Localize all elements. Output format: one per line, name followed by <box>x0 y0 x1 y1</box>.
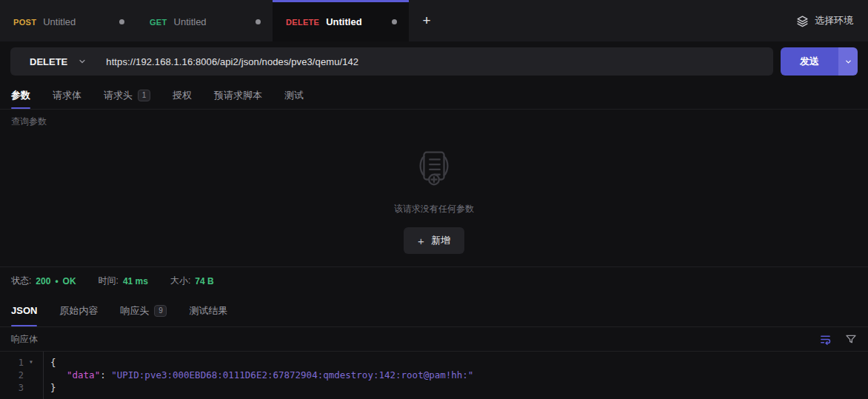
tab-post-untitled[interactable]: POST Untitled <box>0 0 136 41</box>
response-section-tabs: JSON 原始内容 响应头 9 测试结果 <box>0 295 868 327</box>
code-line: } <box>50 381 868 394</box>
tab-method-post: POST <box>13 18 36 27</box>
tab-auth[interactable]: 授权 <box>173 81 192 109</box>
layers-icon <box>796 15 809 27</box>
line-number: 2 <box>0 370 24 380</box>
request-section-tabs: 参数 请求体 请求头 1 授权 预请求脚本 测试 <box>0 81 868 110</box>
json-key: "data" <box>67 369 100 380</box>
tab-test-results[interactable]: 测试结果 <box>189 295 227 326</box>
tab-get-untitled[interactable]: GET Untitled <box>136 0 273 41</box>
request-url-text[interactable]: https://192.168.1.16:8006/api2/json/node… <box>106 56 358 67</box>
code-line: { <box>50 356 868 369</box>
editor-code: { "data": "UPID:pve3:000EBD68:0111D6E2:6… <box>44 352 868 399</box>
send-options-button[interactable] <box>838 47 858 76</box>
tab-body[interactable]: 请求体 <box>53 81 81 109</box>
method-selector[interactable]: DELETE <box>30 56 67 67</box>
add-param-button[interactable]: + 新增 <box>404 227 464 254</box>
plus-icon: + <box>418 235 424 247</box>
time-label: 时间: <box>99 275 118 287</box>
status-code: 200 <box>36 276 50 286</box>
unsaved-dot <box>392 19 397 24</box>
response-status-bar: 状态: 200 • OK 时间: 41 ms 大小: 74 B <box>0 266 868 295</box>
chevron-down-icon <box>844 58 852 66</box>
send-button[interactable]: 发送 <box>781 47 838 76</box>
wrap-lines-icon[interactable] <box>819 333 832 346</box>
response-headers-count-badge: 9 <box>154 305 167 317</box>
headers-count-badge: 1 <box>138 90 150 101</box>
request-url-bar: DELETE https://192.168.1.16:8006/api2/js… <box>0 41 868 81</box>
send-button-group: 发送 <box>781 47 858 76</box>
empty-params-icon <box>411 145 457 191</box>
filter-icon[interactable] <box>845 333 857 345</box>
url-input[interactable]: DELETE https://192.168.1.16:8006/api2/js… <box>10 47 773 76</box>
status-label: 状态: <box>11 275 31 287</box>
tab-tests[interactable]: 测试 <box>284 81 304 109</box>
response-body-editor[interactable]: 1 ▼ 2 3 { "data": "UPID:pve3:000EBD68:01… <box>0 352 868 399</box>
tab-delete-untitled[interactable]: DELETE Untitled <box>273 0 409 41</box>
line-number: 1 <box>0 358 24 368</box>
response-body-label: 响应体 <box>11 333 38 346</box>
size-value: 74 B <box>195 276 213 286</box>
tab-params[interactable]: 参数 <box>11 81 30 109</box>
tab-raw[interactable]: 原始内容 <box>59 295 98 326</box>
request-tab-bar: POST Untitled GET Untitled DELETE Untitl… <box>0 0 868 41</box>
tab-title: Untitled <box>43 16 76 27</box>
params-empty-state: 该请求没有任何参数 + 新增 <box>0 133 868 266</box>
line-number: 3 <box>0 383 24 393</box>
environment-selector-label: 选择环境 <box>815 14 853 27</box>
status-text: OK <box>63 276 76 286</box>
json-value: "UPID:pve3:000EBD68:0111D6E2:67872904:qm… <box>111 369 473 380</box>
fold-caret-icon[interactable]: ▼ <box>25 360 37 365</box>
size-label: 大小: <box>170 275 190 287</box>
time-value: 41 ms <box>123 276 148 286</box>
empty-params-text: 该请求没有任何参数 <box>394 203 474 215</box>
environment-selector[interactable]: 选择环境 <box>796 0 868 41</box>
tab-response-headers[interactable]: 响应头 9 <box>120 295 167 326</box>
tab-json[interactable]: JSON <box>11 295 37 326</box>
tab-headers[interactable]: 请求头 1 <box>104 81 150 109</box>
tab-title: Untitled <box>326 16 361 27</box>
tab-method-get: GET <box>150 18 167 27</box>
editor-gutter: 1 ▼ 2 3 <box>0 352 44 399</box>
new-tab-button[interactable]: + <box>409 0 444 41</box>
chevron-down-icon[interactable] <box>78 57 87 66</box>
unsaved-dot <box>119 19 124 24</box>
query-params-label: 查询参数 <box>0 110 868 133</box>
code-line: "data": "UPID:pve3:000EBD68:0111D6E2:678… <box>50 369 868 381</box>
status-dot: • <box>55 276 58 286</box>
tab-method-delete: DELETE <box>286 18 319 27</box>
tab-pre-request-script[interactable]: 预请求脚本 <box>214 81 262 109</box>
unsaved-dot <box>256 19 261 24</box>
add-param-label: 新增 <box>431 234 450 247</box>
tab-title: Untitled <box>174 16 207 27</box>
response-body-toolbar: 响应体 <box>0 327 868 352</box>
